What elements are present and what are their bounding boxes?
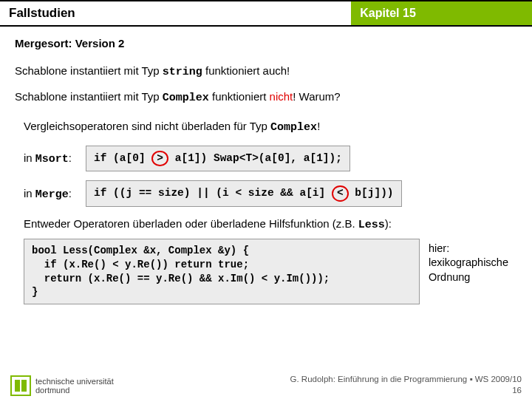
svg-rect-2 — [21, 380, 27, 392]
code-a: if (a[0] — [94, 152, 151, 164]
msort-code: if (a[0] > a[1]) Swap<T>(a[0], a[1]); — [86, 146, 350, 171]
circled-operator-lt: < — [332, 185, 349, 201]
statement-complex: Schablone instantiiert mit Typ Complex f… — [15, 89, 517, 107]
header-chapter: Kapitel 15 — [351, 0, 532, 27]
statement-string: Schablone instantiiert mit Typ string fu… — [15, 63, 517, 81]
text: Schablone instantiiert mit Typ — [15, 90, 163, 103]
text: in — [24, 187, 35, 200]
svg-rect-1 — [15, 380, 20, 392]
emphasis-nicht: nicht — [270, 90, 293, 103]
credit-block: G. Rudolph: Einführung in die Programmie… — [290, 374, 522, 396]
slide-content: Mergesort: Version 2 Schablone instantii… — [0, 27, 532, 304]
less-function-code: bool Less(Complex &x, Complex &y) { if (… — [24, 239, 420, 305]
indented-block: Vergleichsoperatoren sind nicht überlade… — [15, 120, 517, 207]
code-merge: Merge — [35, 188, 69, 201]
note-line-2: lexikographische — [429, 256, 508, 270]
text: Vergleichsoperatoren sind nicht überlade… — [24, 120, 270, 132]
code-msort: Msort — [35, 153, 69, 166]
text: Schablone instantiiert mit Typ — [15, 64, 163, 77]
msort-row: in Msort: if (a[0] > a[1]) Swap<T>(a[0],… — [24, 146, 517, 171]
text: funktioniert auch! — [202, 64, 290, 77]
uni-line-1: technische universität — [35, 377, 114, 386]
note-line-1: hier: — [429, 242, 508, 256]
merge-code: if ((j == size) || (i < size && a[i] < b… — [86, 180, 402, 206]
text: Entweder Operatoren überladen oder überl… — [24, 217, 358, 230]
merge-label: in Merge: — [24, 187, 86, 201]
text: ! Warum? — [293, 90, 340, 103]
slide-footer: technische universität dortmund G. Rudol… — [0, 374, 532, 396]
text: ! — [317, 120, 320, 132]
code-b: b[j])) — [349, 187, 394, 199]
conclusion: Entweder Operatoren überladen oder überl… — [24, 217, 517, 231]
text: ): — [385, 217, 392, 230]
slide-header: Fallstudien Kapitel 15 — [0, 0, 532, 27]
bottom-row: bool Less(Complex &x, Complex &y) { if (… — [15, 239, 517, 305]
text: funktioniert — [209, 90, 270, 103]
section-title: Mergesort: Version 2 — [15, 37, 517, 50]
type-complex: Complex — [163, 92, 209, 104]
credit-text: G. Rudolph: Einführung in die Programmie… — [290, 374, 522, 385]
code-less: Less — [358, 219, 385, 231]
uni-line-2: dortmund — [35, 386, 114, 395]
note-line-3: Ordnung — [429, 270, 508, 285]
code-a: if ((j == size) || (i < size && a[i] — [94, 187, 332, 199]
svg-rect-0 — [11, 376, 30, 395]
side-note: hier: lexikographische Ordnung — [429, 239, 508, 305]
tu-logo-icon — [10, 375, 31, 396]
type-string: string — [163, 66, 202, 78]
merge-row: in Merge: if ((j == size) || (i < size &… — [24, 180, 517, 206]
university-name: technische universität dortmund — [35, 377, 114, 395]
type-complex: Complex — [270, 121, 317, 134]
university-logo: technische universität dortmund — [10, 375, 114, 396]
header-title: Fallstudien — [0, 0, 351, 27]
text: : — [69, 187, 72, 200]
text: : — [69, 151, 72, 164]
circled-operator-gt: > — [151, 151, 168, 166]
text: in — [24, 151, 35, 164]
reason-line: Vergleichsoperatoren sind nicht überlade… — [24, 120, 517, 134]
page-number: 16 — [290, 385, 522, 396]
code-b: a[1]) Swap<T>(a[0], a[1]); — [168, 152, 342, 164]
msort-label: in Msort: — [24, 151, 86, 166]
